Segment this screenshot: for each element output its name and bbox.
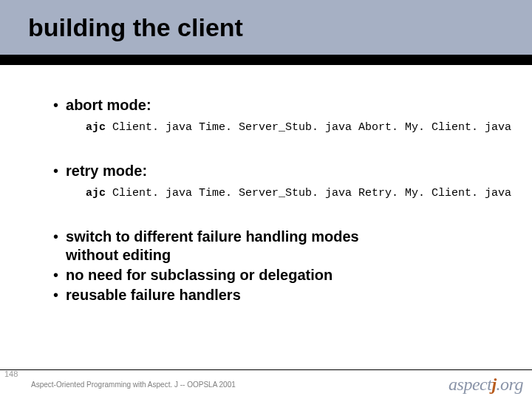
bullet-retry-label: retry mode: xyxy=(66,162,147,180)
bullet-dot: • xyxy=(53,266,58,284)
code-rest: Client. java Time. Server_Stub. java Abo… xyxy=(106,121,511,134)
bullet-retry: • retry mode: xyxy=(53,162,495,180)
divider-bar xyxy=(0,55,532,65)
bullet-abort: • abort mode: xyxy=(53,96,495,114)
switch-line2: without editing xyxy=(66,247,171,263)
switch-block: • switch to different failure handling m… xyxy=(53,228,495,304)
code-rest: Client. java Time. Server_Stub. java Ret… xyxy=(106,187,511,200)
code-abort: ajc Client. java Time. Server_Stub. java… xyxy=(86,121,495,134)
content-area: • abort mode: ajc Client. java Time. Ser… xyxy=(0,65,532,304)
code-keyword: ajc xyxy=(86,187,106,200)
code-keyword: ajc xyxy=(86,121,106,134)
bullet-reusable-text: reusable failure handlers xyxy=(66,286,241,304)
bullet-dot: • xyxy=(53,228,58,245)
switch-line1: switch to different failure handling mod… xyxy=(66,228,359,245)
logo-main: aspect xyxy=(449,375,491,394)
bullet-nosubclass-text: no need for subclassing or delegation xyxy=(66,266,332,284)
bullet-dot: • xyxy=(53,96,58,114)
header-bar: building the client xyxy=(0,0,532,55)
code-retry: ajc Client. java Time. Server_Stub. java… xyxy=(86,187,495,200)
bullet-reusable: • reusable failure handlers xyxy=(53,286,495,304)
logo-suffix: .org xyxy=(497,375,523,394)
bullet-dot: • xyxy=(53,286,58,304)
bullet-nosubclass: • no need for subclassing or delegation xyxy=(53,266,495,284)
slide-title: building the client xyxy=(28,13,243,42)
footer-bar: Aspect-Oriented Programming with Aspect.… xyxy=(0,369,532,399)
footer-text: Aspect-Oriented Programming with Aspect.… xyxy=(31,381,236,389)
bullet-dot: • xyxy=(53,162,58,180)
bullet-switch-text: switch to different failure handling mod… xyxy=(66,228,359,265)
logo: aspectj.org xyxy=(449,375,523,395)
bullet-switch: • switch to different failure handling m… xyxy=(53,228,495,265)
bullet-abort-label: abort mode: xyxy=(66,96,151,114)
